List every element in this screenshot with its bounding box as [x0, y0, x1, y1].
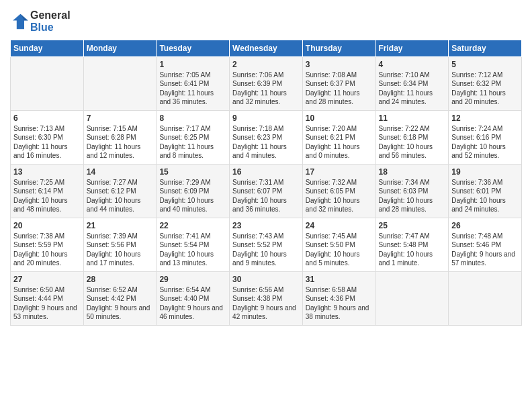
day-number: 14 — [87, 167, 154, 177]
calendar-cell: 13Sunrise: 7:25 AM Sunset: 6:14 PM Dayli… — [11, 164, 84, 218]
day-detail: Sunrise: 7:36 AM Sunset: 6:01 PM Dayligh… — [451, 178, 519, 214]
calendar-cell: 18Sunrise: 7:34 AM Sunset: 6:03 PM Dayli… — [375, 164, 449, 218]
day-number: 12 — [451, 113, 519, 123]
day-detail: Sunrise: 6:52 AM Sunset: 4:42 PM Dayligh… — [87, 285, 154, 322]
calendar-cell: 5Sunrise: 7:12 AM Sunset: 6:32 PM Daylig… — [449, 56, 522, 110]
day-number: 19 — [451, 167, 519, 177]
logo: General Blue — [10, 9, 71, 34]
day-detail: Sunrise: 7:05 AM Sunset: 6:41 PM Dayligh… — [159, 71, 226, 107]
calendar-cell: 11Sunrise: 7:22 AM Sunset: 6:18 PM Dayli… — [375, 110, 449, 164]
day-detail: Sunrise: 6:50 AM Sunset: 4:44 PM Dayligh… — [13, 285, 81, 322]
week-row-3: 20Sunrise: 7:38 AM Sunset: 5:59 PM Dayli… — [11, 218, 522, 271]
day-detail: Sunrise: 7:34 AM Sunset: 6:03 PM Dayligh… — [379, 178, 446, 214]
calendar-cell: 15Sunrise: 7:29 AM Sunset: 6:09 PM Dayli… — [157, 164, 230, 218]
day-number: 15 — [159, 167, 226, 177]
calendar-cell: 9Sunrise: 7:18 AM Sunset: 6:23 PM Daylig… — [230, 110, 303, 164]
logo-blue: Blue — [30, 21, 54, 33]
calendar-cell: 31Sunrise: 6:58 AM Sunset: 4:36 PM Dayli… — [302, 271, 375, 325]
day-detail: Sunrise: 7:38 AM Sunset: 5:59 PM Dayligh… — [13, 232, 81, 268]
calendar-cell: 4Sunrise: 7:10 AM Sunset: 6:34 PM Daylig… — [375, 56, 449, 110]
day-number: 22 — [159, 221, 226, 230]
day-detail: Sunrise: 7:12 AM Sunset: 6:32 PM Dayligh… — [451, 71, 519, 107]
week-row-4: 27Sunrise: 6:50 AM Sunset: 4:44 PM Dayli… — [11, 271, 522, 325]
day-detail: Sunrise: 7:22 AM Sunset: 6:18 PM Dayligh… — [379, 124, 446, 161]
day-number: 28 — [87, 275, 154, 284]
day-detail: Sunrise: 6:58 AM Sunset: 4:36 PM Dayligh… — [306, 285, 373, 322]
day-number: 26 — [451, 221, 519, 230]
day-detail: Sunrise: 7:43 AM Sunset: 5:52 PM Dayligh… — [232, 232, 300, 268]
calendar-table: SundayMondayTuesdayWednesdayThursdayFrid… — [10, 40, 522, 326]
day-detail: Sunrise: 7:13 AM Sunset: 6:30 PM Dayligh… — [13, 124, 81, 161]
weekday-header-monday: Monday — [83, 40, 157, 56]
day-number: 25 — [379, 221, 446, 230]
calendar-container: General Blue SundayMondayTuesdayWednesda… — [0, 0, 532, 411]
weekday-header-thursday: Thursday — [302, 40, 375, 56]
day-number: 5 — [451, 60, 519, 69]
day-number: 11 — [379, 113, 446, 123]
day-detail: Sunrise: 7:31 AM Sunset: 6:07 PM Dayligh… — [232, 178, 300, 214]
day-number: 4 — [379, 60, 446, 69]
day-detail: Sunrise: 7:17 AM Sunset: 6:25 PM Dayligh… — [159, 124, 226, 161]
svg-marker-0 — [13, 14, 28, 29]
weekday-header-sunday: Sunday — [11, 40, 84, 56]
day-number: 9 — [232, 113, 300, 123]
weekday-header-saturday: Saturday — [449, 40, 522, 56]
calendar-cell: 28Sunrise: 6:52 AM Sunset: 4:42 PM Dayli… — [83, 271, 157, 325]
week-row-1: 6Sunrise: 7:13 AM Sunset: 6:30 PM Daylig… — [11, 110, 522, 164]
weekday-header-wednesday: Wednesday — [230, 40, 303, 56]
calendar-cell: 2Sunrise: 7:06 AM Sunset: 6:39 PM Daylig… — [230, 56, 303, 110]
day-detail: Sunrise: 7:25 AM Sunset: 6:14 PM Dayligh… — [13, 178, 81, 214]
day-number: 7 — [87, 113, 154, 123]
calendar-cell: 21Sunrise: 7:39 AM Sunset: 5:56 PM Dayli… — [83, 218, 157, 271]
calendar-cell: 20Sunrise: 7:38 AM Sunset: 5:59 PM Dayli… — [11, 218, 84, 271]
day-number: 17 — [306, 167, 373, 177]
day-number: 10 — [306, 113, 373, 123]
calendar-cell: 17Sunrise: 7:32 AM Sunset: 6:05 PM Dayli… — [302, 164, 375, 218]
day-number: 24 — [306, 221, 373, 230]
week-row-0: 1Sunrise: 7:05 AM Sunset: 6:41 PM Daylig… — [11, 56, 522, 110]
day-number: 18 — [379, 167, 446, 177]
day-number: 8 — [159, 113, 226, 123]
calendar-cell: 26Sunrise: 7:48 AM Sunset: 5:46 PM Dayli… — [449, 218, 522, 271]
week-row-2: 13Sunrise: 7:25 AM Sunset: 6:14 PM Dayli… — [11, 164, 522, 218]
weekday-header-friday: Friday — [375, 40, 449, 56]
calendar-cell: 3Sunrise: 7:08 AM Sunset: 6:37 PM Daylig… — [302, 56, 375, 110]
day-detail: Sunrise: 7:06 AM Sunset: 6:39 PM Dayligh… — [232, 71, 300, 107]
day-detail: Sunrise: 7:41 AM Sunset: 5:54 PM Dayligh… — [159, 232, 226, 268]
day-number: 13 — [13, 167, 81, 177]
calendar-cell: 6Sunrise: 7:13 AM Sunset: 6:30 PM Daylig… — [11, 110, 84, 164]
calendar-cell — [11, 56, 84, 110]
day-number: 23 — [232, 221, 300, 230]
weekday-header-row: SundayMondayTuesdayWednesdayThursdayFrid… — [11, 40, 522, 56]
day-number: 6 — [13, 113, 81, 123]
calendar-cell: 12Sunrise: 7:24 AM Sunset: 6:16 PM Dayli… — [449, 110, 522, 164]
calendar-cell: 25Sunrise: 7:47 AM Sunset: 5:48 PM Dayli… — [375, 218, 449, 271]
calendar-cell: 23Sunrise: 7:43 AM Sunset: 5:52 PM Dayli… — [230, 218, 303, 271]
calendar-cell: 10Sunrise: 7:20 AM Sunset: 6:21 PM Dayli… — [302, 110, 375, 164]
header: General Blue — [10, 7, 522, 34]
day-detail: Sunrise: 7:45 AM Sunset: 5:50 PM Dayligh… — [306, 232, 373, 268]
day-number: 3 — [306, 60, 373, 69]
calendar-cell: 8Sunrise: 7:17 AM Sunset: 6:25 PM Daylig… — [157, 110, 230, 164]
day-detail: Sunrise: 7:32 AM Sunset: 6:05 PM Dayligh… — [306, 178, 373, 214]
calendar-cell: 16Sunrise: 7:31 AM Sunset: 6:07 PM Dayli… — [230, 164, 303, 218]
calendar-cell: 7Sunrise: 7:15 AM Sunset: 6:28 PM Daylig… — [83, 110, 157, 164]
day-detail: Sunrise: 7:47 AM Sunset: 5:48 PM Dayligh… — [379, 232, 446, 268]
day-detail: Sunrise: 7:20 AM Sunset: 6:21 PM Dayligh… — [306, 124, 373, 161]
logo-general: General — [30, 9, 71, 21]
calendar-cell: 27Sunrise: 6:50 AM Sunset: 4:44 PM Dayli… — [11, 271, 84, 325]
day-detail: Sunrise: 7:27 AM Sunset: 6:12 PM Dayligh… — [87, 178, 154, 214]
day-detail: Sunrise: 7:48 AM Sunset: 5:46 PM Dayligh… — [451, 232, 519, 268]
calendar-cell: 29Sunrise: 6:54 AM Sunset: 4:40 PM Dayli… — [157, 271, 230, 325]
day-number: 29 — [159, 275, 226, 284]
calendar-cell — [83, 56, 157, 110]
day-number: 30 — [232, 275, 300, 284]
day-detail: Sunrise: 7:24 AM Sunset: 6:16 PM Dayligh… — [451, 124, 519, 161]
calendar-cell: 30Sunrise: 6:56 AM Sunset: 4:38 PM Dayli… — [230, 271, 303, 325]
day-detail: Sunrise: 7:29 AM Sunset: 6:09 PM Dayligh… — [159, 178, 226, 214]
calendar-cell: 1Sunrise: 7:05 AM Sunset: 6:41 PM Daylig… — [157, 56, 230, 110]
calendar-cell: 24Sunrise: 7:45 AM Sunset: 5:50 PM Dayli… — [302, 218, 375, 271]
day-detail: Sunrise: 7:10 AM Sunset: 6:34 PM Dayligh… — [379, 71, 446, 107]
day-number: 31 — [306, 275, 373, 284]
calendar-cell — [375, 271, 449, 325]
